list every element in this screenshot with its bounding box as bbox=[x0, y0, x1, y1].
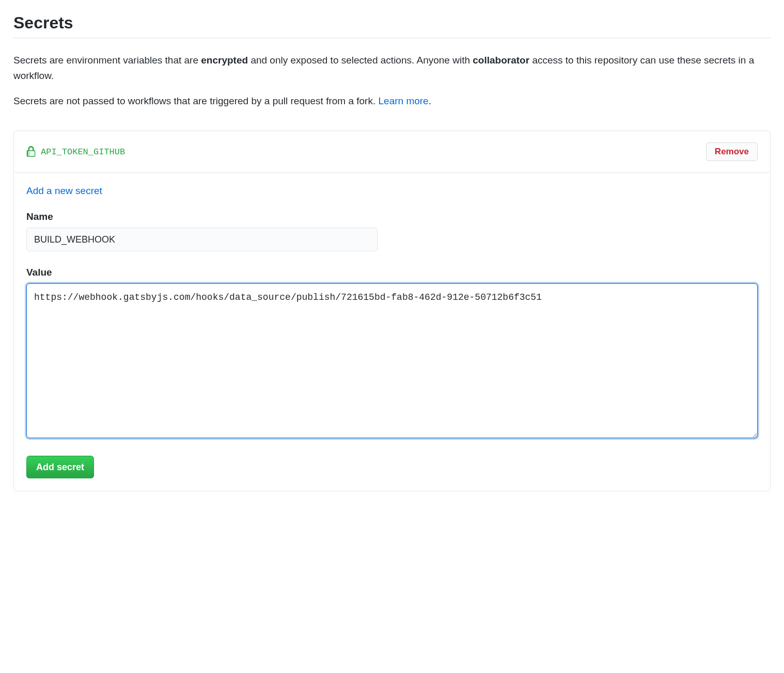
description-bold-collaborator: collaborator bbox=[473, 55, 529, 66]
fork-note-text: Secrets are not passed to workflows that… bbox=[13, 95, 379, 106]
add-secret-form: Add a new secret Name Value https://webh… bbox=[14, 173, 770, 491]
fork-note-period: . bbox=[429, 95, 431, 106]
lock-icon bbox=[26, 146, 36, 157]
secrets-description: Secrets are environment variables that a… bbox=[13, 53, 771, 84]
name-field-group: Name bbox=[26, 211, 758, 251]
add-new-secret-link[interactable]: Add a new secret bbox=[26, 185, 102, 197]
remove-secret-button[interactable]: Remove bbox=[706, 142, 758, 161]
name-label: Name bbox=[26, 211, 758, 222]
secrets-panel: API_TOKEN_GITHUB Remove Add a new secret… bbox=[13, 131, 771, 491]
secret-value-textarea[interactable]: https://webhook.gatsbyjs.com/hooks/data_… bbox=[26, 283, 758, 438]
value-label: Value bbox=[26, 267, 758, 278]
add-secret-button[interactable]: Add secret bbox=[26, 456, 94, 478]
fork-note: Secrets are not passed to workflows that… bbox=[13, 93, 771, 109]
description-bold-encrypted: encrypted bbox=[201, 55, 248, 66]
secret-name: API_TOKEN_GITHUB bbox=[41, 147, 125, 157]
description-text-2: and only exposed to selected actions. An… bbox=[248, 55, 473, 66]
secret-name-input[interactable] bbox=[26, 228, 378, 251]
secret-left: API_TOKEN_GITHUB bbox=[26, 146, 125, 157]
description-text-1: Secrets are environment variables that a… bbox=[13, 55, 201, 66]
learn-more-link[interactable]: Learn more bbox=[379, 95, 429, 106]
value-field-group: Value https://webhook.gatsbyjs.com/hooks… bbox=[26, 267, 758, 440]
secret-row: API_TOKEN_GITHUB Remove bbox=[14, 131, 770, 173]
form-actions: Add secret bbox=[26, 456, 758, 478]
page-title: Secrets bbox=[13, 13, 771, 38]
